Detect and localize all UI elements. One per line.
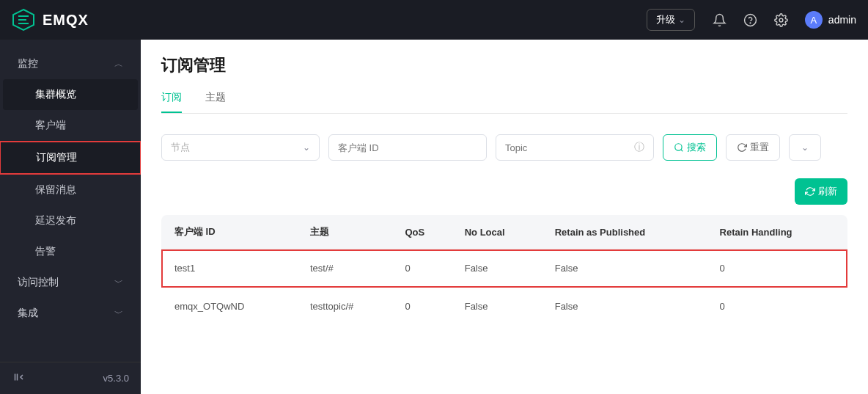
cell-retain-published: False — [545, 249, 710, 288]
nav-item-subscriptions[interactable]: 订阅管理 — [0, 141, 141, 175]
subscriptions-table: 客户端 ID 主题 QoS No Local Retain as Publish… — [161, 215, 847, 325]
search-button[interactable]: 搜索 — [663, 134, 717, 161]
nav-item-cluster-overview[interactable]: 集群概览 — [3, 79, 138, 110]
client-id-input[interactable] — [338, 142, 477, 153]
nav-group-integration[interactable]: 集成 ﹀ — [0, 298, 141, 329]
col-topic: 主题 — [300, 215, 394, 249]
help-icon[interactable] — [743, 12, 758, 27]
chevron-down-icon: ⌄ — [801, 142, 809, 153]
search-icon — [674, 142, 684, 153]
nav-item-delayed[interactable]: 延迟发布 — [0, 205, 141, 236]
reset-button[interactable]: 重置 — [726, 134, 780, 161]
brand-text: EMQX — [43, 12, 89, 29]
info-icon[interactable]: ⓘ — [634, 141, 644, 154]
col-qos: QoS — [394, 215, 454, 249]
svg-point-9 — [675, 144, 682, 150]
svg-point-5 — [750, 23, 751, 23]
cell-retain-handling: 0 — [710, 249, 847, 288]
nav-group-label: 访问控制 — [18, 276, 59, 289]
cell-client-id: emqx_OTQwND — [161, 288, 300, 326]
client-id-input-wrap — [328, 134, 487, 161]
node-placeholder: 节点 — [171, 141, 190, 154]
refresh-icon — [805, 186, 815, 197]
version-text: v5.3.0 — [103, 373, 129, 384]
chevron-down-icon: ⌄ — [303, 142, 310, 153]
refresh-row: 刷新 — [161, 178, 847, 205]
col-client-id: 客户端 ID — [161, 215, 300, 249]
nav-item-alarms[interactable]: 告警 — [0, 236, 141, 267]
cell-topic: test/# — [300, 249, 394, 288]
col-retain-handling: Retain Handling — [710, 215, 847, 249]
cell-client-id: test1 — [161, 249, 300, 288]
refresh-label: 刷新 — [818, 185, 837, 198]
page-title: 订阅管理 — [161, 54, 847, 76]
cell-topic: testtopic/# — [300, 288, 394, 326]
bell-icon[interactable] — [713, 12, 727, 27]
chevron-up-icon: ︿ — [114, 58, 123, 70]
top-header: EMQX 升级 ⌄ A admin — [0, 0, 868, 40]
table-header-row: 客户端 ID 主题 QoS No Local Retain as Publish… — [161, 215, 847, 249]
refresh-button[interactable]: 刷新 — [795, 178, 847, 205]
upgrade-button[interactable]: 升级 ⌄ — [647, 9, 695, 31]
data-table-wrap: 客户端 ID 主题 QoS No Local Retain as Publish… — [161, 215, 847, 325]
emqx-logo-icon — [12, 8, 35, 32]
svg-point-4 — [745, 14, 757, 26]
svg-point-6 — [779, 18, 783, 22]
chevron-down-icon: ﹀ — [114, 307, 123, 320]
nav-item-clients[interactable]: 客户端 — [0, 110, 141, 141]
gear-icon[interactable] — [774, 12, 789, 27]
table-row[interactable]: emqx_OTQwND testtopic/# 0 False False 0 — [161, 288, 847, 326]
reset-icon — [737, 142, 747, 153]
topic-input[interactable] — [505, 142, 634, 153]
tab-topics[interactable]: 主题 — [205, 91, 226, 113]
col-retain-published: Retain as Published — [545, 215, 710, 249]
reset-label: 重置 — [750, 141, 769, 154]
header-icon-group — [713, 12, 789, 27]
svg-line-10 — [681, 150, 683, 152]
cell-qos: 0 — [394, 288, 454, 326]
sidebar-nav: 监控 ︿ 集群概览 客户端 订阅管理 保留消息 延迟发布 告警 访问控制 ﹀ 集… — [0, 40, 141, 362]
nav-group-access[interactable]: 访问控制 ﹀ — [0, 267, 141, 298]
cell-no-local: False — [455, 249, 545, 288]
main-content: 订阅管理 订阅 主题 节点 ⌄ ⓘ 搜索 重置 — [141, 40, 868, 394]
logo-area: EMQX — [12, 8, 89, 32]
sidebar-footer: v5.3.0 — [0, 362, 141, 394]
search-label: 搜索 — [687, 141, 706, 154]
table-row[interactable]: test1 test/# 0 False False 0 — [161, 249, 847, 288]
cell-qos: 0 — [394, 249, 454, 288]
sidebar: 监控 ︿ 集群概览 客户端 订阅管理 保留消息 延迟发布 告警 访问控制 ﹀ 集… — [0, 40, 141, 394]
nav-group-label: 监控 — [18, 57, 38, 70]
tabs: 订阅 主题 — [161, 91, 847, 114]
col-no-local: No Local — [455, 215, 545, 249]
topic-input-wrap: ⓘ — [496, 134, 654, 161]
nav-group-label: 集成 — [18, 307, 38, 320]
node-select[interactable]: 节点 ⌄ — [161, 134, 320, 161]
avatar: A — [805, 11, 823, 29]
upgrade-label: 升级 — [656, 13, 675, 26]
expand-filters-button[interactable]: ⌄ — [789, 134, 821, 161]
cell-no-local: False — [455, 288, 545, 326]
collapse-sidebar-icon[interactable] — [12, 371, 25, 386]
user-area[interactable]: A admin — [805, 11, 856, 29]
filter-row: 节点 ⌄ ⓘ 搜索 重置 ⌄ — [161, 134, 847, 161]
cell-retain-handling: 0 — [710, 288, 847, 326]
username: admin — [828, 14, 856, 26]
nav-group-monitoring[interactable]: 监控 ︿ — [0, 48, 141, 79]
chevron-down-icon: ⌄ — [678, 15, 685, 25]
nav-item-retained[interactable]: 保留消息 — [0, 175, 141, 205]
cell-retain-published: False — [545, 288, 710, 326]
chevron-down-icon: ﹀ — [114, 277, 123, 289]
tab-subscriptions[interactable]: 订阅 — [161, 91, 182, 113]
